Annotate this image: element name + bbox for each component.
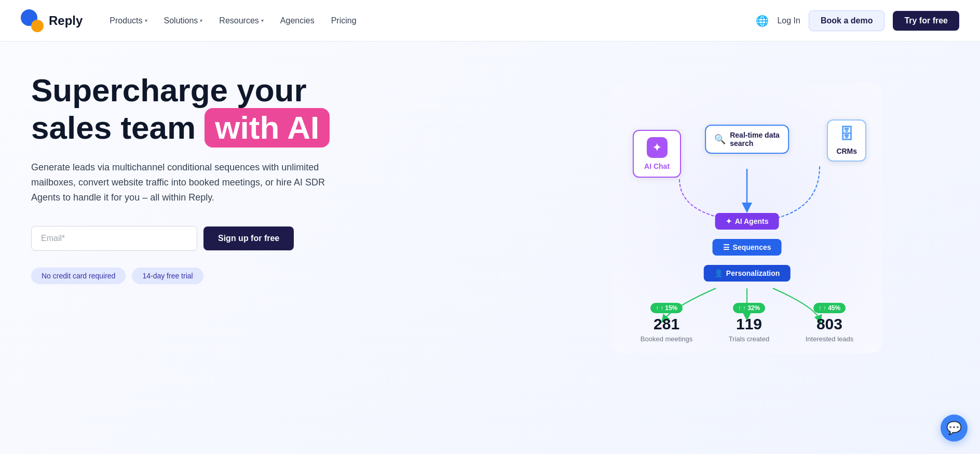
nav-links: Products ▾ Solutions ▾ Resources ▾ Agenc… — [103, 12, 362, 30]
stat-badge-leads: ↑ ↑ 45% — [813, 303, 846, 313]
bottom-tags: No credit card required 14-day free tria… — [31, 268, 384, 284]
nav-products-label: Products — [110, 16, 142, 25]
hero-left: Supercharge your sales team with AI Gene… — [31, 73, 384, 284]
diagram: ✦ AI Chat 🔍 Real-time data search 🗄 CRMs… — [612, 83, 882, 353]
list-icon: ☰ — [723, 243, 730, 251]
logo-circle-yellow — [31, 20, 44, 32]
ai-chat-node: ✦ AI Chat — [633, 130, 681, 178]
signup-button[interactable]: Sign up for free — [203, 226, 294, 250]
stat-label-meetings: Booked meetings — [641, 335, 692, 343]
crm-node: 🗄 CRMs — [827, 119, 866, 162]
search-icon: 🔍 — [714, 133, 726, 145]
chat-widget[interactable]: 💬 — [941, 415, 968, 442]
arrow-up-icon: ↑ — [738, 304, 741, 312]
sequences-badge: ☰ Sequences — [713, 239, 782, 256]
navbar: Reply Products ▾ Solutions ▾ Resources ▾… — [0, 0, 980, 42]
personalization-badge: 👤 Personalization — [704, 265, 790, 282]
headline-line1: Supercharge your — [31, 72, 307, 108]
hero-headline: Supercharge your sales team with AI — [31, 73, 384, 148]
chevron-down-icon: ▾ — [145, 18, 147, 23]
stats-row: ↑ ↑ 15% 281 Booked meetings ↑ ↑ 32% 119 … — [612, 303, 882, 343]
hero-right: ✦ AI Chat 🔍 Real-time data search 🗄 CRMs… — [545, 73, 949, 353]
logo[interactable]: Reply — [21, 9, 83, 32]
stat-number-trials: 119 — [729, 315, 769, 333]
ai-chat-label: AI Chat — [644, 162, 670, 170]
login-button[interactable]: Log In — [777, 16, 800, 25]
nav-agencies-label: Agencies — [280, 16, 315, 25]
try-free-button[interactable]: Try for free — [893, 11, 959, 31]
arrow-up-icon: ↑ — [656, 304, 659, 312]
book-demo-button[interactable]: Book a demo — [809, 10, 884, 31]
realtime-label: Real-time data search — [730, 131, 780, 148]
logo-text: Reply — [49, 14, 83, 28]
arrow-up-icon: ↑ — [819, 304, 822, 312]
crm-label: CRMs — [836, 147, 857, 155]
nav-solutions[interactable]: Solutions ▾ — [158, 12, 209, 30]
realtime-search-node: 🔍 Real-time data search — [705, 125, 789, 154]
person-icon: 👤 — [714, 269, 723, 277]
ai-agents-badge: ✦ AI Agents — [715, 213, 779, 230]
hero-description: Generate leads via multichannel conditio… — [31, 160, 332, 205]
stat-booked-meetings: ↑ ↑ 15% 281 Booked meetings — [641, 303, 692, 343]
nav-agencies[interactable]: Agencies — [274, 12, 321, 30]
language-selector[interactable]: 🌐 — [756, 15, 769, 27]
stat-number-leads: 803 — [806, 315, 854, 333]
stat-badge-trials: ↑ ↑ 32% — [733, 303, 765, 313]
stat-badge-meetings: ↑ ↑ 15% — [650, 303, 683, 313]
nav-resources-label: Resources — [219, 16, 258, 25]
stat-trials: ↑ ↑ 32% 119 Trials created — [729, 303, 769, 343]
headline-highlight: with AI — [205, 108, 330, 148]
tag-no-credit-card[interactable]: No credit card required — [31, 268, 126, 284]
nav-pricing-label: Pricing — [331, 16, 357, 25]
nav-solutions-label: Solutions — [164, 16, 198, 25]
ai-chat-icon: ✦ — [647, 137, 668, 158]
nav-resources[interactable]: Resources ▾ — [213, 12, 269, 30]
headline-line2: sales team — [31, 110, 196, 145]
chevron-down-icon: ▾ — [261, 18, 264, 23]
chevron-down-icon: ▾ — [200, 18, 202, 23]
stat-number-meetings: 281 — [641, 315, 692, 333]
sparkle-icon: ✦ — [726, 217, 732, 225]
stat-label-leads: Interested leads — [806, 335, 854, 343]
nav-right: 🌐 Log In Book a demo Try for free — [756, 10, 959, 31]
stat-leads: ↑ ↑ 45% 803 Interested leads — [806, 303, 854, 343]
nav-products[interactable]: Products ▾ — [103, 12, 153, 30]
logo-icon — [21, 9, 44, 32]
nav-left: Reply Products ▾ Solutions ▾ Resources ▾… — [21, 9, 363, 32]
nav-pricing[interactable]: Pricing — [325, 12, 363, 30]
email-input[interactable] — [31, 226, 197, 251]
hero-section: Supercharge your sales team with AI Gene… — [0, 42, 980, 454]
stat-label-trials: Trials created — [729, 335, 769, 343]
tag-free-trial[interactable]: 14-day free trial — [132, 268, 203, 284]
email-form: Sign up for free — [31, 226, 384, 251]
database-icon: 🗄 — [839, 126, 854, 143]
